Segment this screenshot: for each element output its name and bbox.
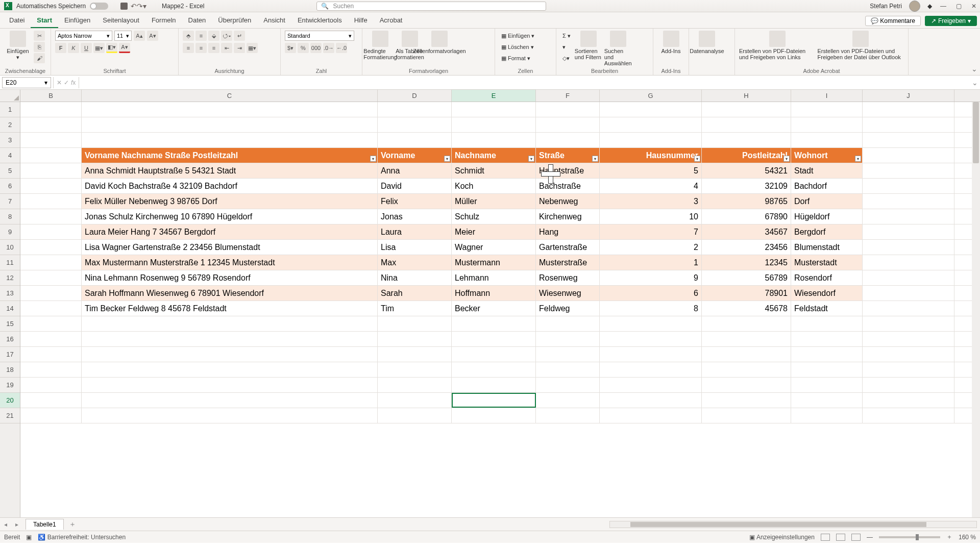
borders-icon[interactable]: ▦▾ [93,43,105,53]
cell[interactable] [20,163,82,178]
cell[interactable] [791,408,863,423]
fx-icon[interactable]: fx [71,79,76,86]
cell[interactable]: Hang [536,224,600,239]
indent-dec-icon[interactable]: ⇤ [221,43,232,53]
display-settings[interactable]: ▣ Anzeigeeinstellungen [749,534,815,541]
cell[interactable]: Bachdorf [791,179,863,193]
font-color-icon[interactable]: A▾ [119,43,130,53]
cell[interactable] [863,148,954,163]
cell[interactable] [20,408,82,423]
accessibility-status[interactable]: ♿ Barrierefreiheit: Untersuchen [38,534,126,541]
cell[interactable]: Musterstraße [536,255,600,270]
cell[interactable] [702,102,791,117]
acrobat-create-links-button[interactable]: Erstellen von PDF-Dateien und Freigeben … [739,31,816,60]
cell[interactable] [863,179,954,193]
cell[interactable] [452,362,536,377]
column-header-J[interactable]: J [863,90,954,102]
cell[interactable] [452,102,536,117]
column-header-F[interactable]: F [536,90,600,102]
cell[interactable]: 9 [600,270,702,285]
cell[interactable] [863,316,954,331]
row-header[interactable]: 10 [0,240,20,255]
filter-dropdown-icon[interactable]: ▾ [694,156,700,162]
row-header[interactable]: 16 [0,332,20,347]
italic-button[interactable]: K [68,43,79,53]
cell[interactable]: Müller [452,194,536,209]
cell[interactable] [20,133,82,147]
sheet-nav-prev-icon[interactable]: ◂ [0,521,11,528]
cell[interactable] [20,240,82,255]
align-bottom-icon[interactable]: ⬙ [208,31,219,41]
macro-record-icon[interactable]: ▣ [26,534,32,541]
cell[interactable] [20,332,82,346]
cell[interactable] [863,408,954,423]
cell[interactable]: 3 [600,194,702,209]
cell[interactable]: Nebenweg [536,194,600,209]
cell[interactable]: 45678 [702,301,791,316]
cell[interactable] [600,117,702,132]
cell[interactable]: Jonas [378,209,452,224]
align-middle-icon[interactable]: ≡ [195,31,207,41]
cell[interactable] [20,209,82,224]
font-size-select[interactable]: 11▾ [114,31,132,41]
cell[interactable] [702,117,791,132]
share-button[interactable]: ↗ Freigeben ▾ [925,16,977,26]
format-painter-icon[interactable]: 🖌 [34,53,45,63]
row-header[interactable]: 11 [0,255,20,270]
cell[interactable] [20,270,82,285]
align-top-icon[interactable]: ⬘ [183,31,194,41]
row-header[interactable]: 8 [0,209,20,224]
tab-entwicklertools[interactable]: Entwicklertools [291,13,348,28]
currency-icon[interactable]: $▾ [285,43,296,53]
zoom-in-icon[interactable]: ＋ [946,533,952,541]
cell[interactable]: Vorname Nachname Straße Postleitzahl▾ [82,148,378,163]
cell[interactable] [536,102,600,117]
cell[interactable] [378,117,452,132]
cell[interactable] [20,148,82,163]
cell[interactable] [82,408,378,423]
cell[interactable]: Sarah [378,286,452,300]
cell[interactable] [20,224,82,239]
sheet-tab[interactable]: Tabelle1 [26,519,64,530]
cell[interactable]: Jonas Schulz Kirchenweg 10 67890 Hügeldo… [82,209,378,224]
row-header[interactable]: 9 [0,224,20,240]
number-format-select[interactable]: Standard▾ [285,31,354,41]
cell[interactable]: Felix [378,194,452,209]
format-as-table-button[interactable]: Als Tabelle formatieren [396,31,424,60]
cell[interactable] [378,393,452,408]
data-analysis-button[interactable]: Datenanalyse [693,31,721,54]
row-header[interactable]: 12 [0,270,20,286]
find-select-button[interactable]: Suchen und Auswählen [604,31,632,66]
tab-daten[interactable]: Daten [182,13,212,28]
name-box[interactable]: E20▾ [2,77,51,88]
tab-überprüfen[interactable]: Überprüfen [212,13,257,28]
cell[interactable]: Anna Schmidt Hauptstraße 5 54321 Stadt [82,163,378,178]
cell[interactable]: Wagner [452,240,536,255]
cell[interactable] [863,209,954,224]
cell[interactable] [600,378,702,392]
cell-styles-button[interactable]: Zellenformatvorlagen [426,31,453,54]
cell[interactable]: 12345 [702,255,791,270]
percent-icon[interactable]: % [298,43,309,53]
collapse-ribbon-icon[interactable]: ⌄ [969,29,980,75]
dec-decimal-icon[interactable]: ←.0 [336,43,347,53]
cell[interactable] [20,286,82,300]
sheet-nav-next-icon[interactable]: ▸ [11,521,22,528]
cell[interactable] [536,133,600,147]
row-header[interactable]: 17 [0,347,20,362]
select-all-button[interactable] [0,90,20,102]
cell[interactable]: Schmidt [452,163,536,178]
row-header[interactable]: 2 [0,117,20,133]
cell[interactable]: Gartenstraße [536,240,600,255]
cell[interactable] [20,194,82,209]
cell[interactable]: Feldweg [536,301,600,316]
search-input[interactable]: 🔍 Suchen [316,2,546,11]
cell[interactable] [702,362,791,377]
cell[interactable] [452,378,536,392]
cell[interactable]: 7 [600,224,702,239]
cell[interactable] [791,133,863,147]
shrink-font-icon[interactable]: A▾ [147,31,158,41]
cell[interactable] [452,393,536,408]
cell[interactable] [452,408,536,423]
row-header[interactable]: 7 [0,194,20,209]
